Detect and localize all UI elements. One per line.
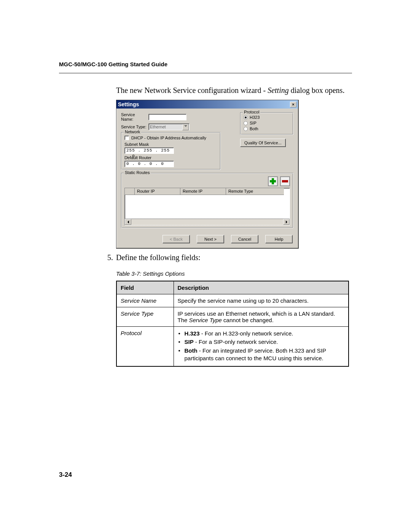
grid-col-remote-type: Remote Type xyxy=(226,188,284,195)
static-routes-legend: Static Routes xyxy=(124,170,151,175)
protocol-both-label: Both xyxy=(250,126,258,131)
protocol-fieldset: Protocol H323 SIP Both xyxy=(240,112,293,135)
back-button: < Back xyxy=(162,235,190,243)
protocol-legend: Protocol xyxy=(243,110,260,114)
protocol-sip-label: SIP xyxy=(250,121,256,125)
protocol-both-option[interactable]: Both xyxy=(244,126,290,131)
qos-button[interactable]: Quality Of Service... xyxy=(240,139,286,147)
intro-suffix: dialog box opens. xyxy=(289,86,345,94)
add-route-button[interactable] xyxy=(268,176,278,186)
intro-text: The new Network Service configuration wi… xyxy=(116,85,352,96)
network-legend: Network xyxy=(124,129,141,134)
scroll-left-button[interactable] xyxy=(125,219,131,225)
table-row: Service Name Specify the service name us… xyxy=(116,294,349,307)
remove-route-button[interactable] xyxy=(280,176,290,186)
dialog-titlebar: Settings × xyxy=(116,100,298,109)
radio-icon xyxy=(244,115,248,120)
triangle-left-icon xyxy=(127,220,129,224)
dialog-footer: < Back Next > Cancel Help xyxy=(116,232,298,248)
bullet-bold: SIP xyxy=(185,339,194,345)
subnet-label: Subnet Mask xyxy=(124,142,217,147)
field-cell: Service Type xyxy=(116,307,174,327)
grid-col-router-ip: Router IP xyxy=(135,188,180,195)
minus-icon xyxy=(282,180,288,182)
step-number: 5. xyxy=(105,253,116,262)
desc-italic: Service Type xyxy=(189,317,222,323)
plus-icon xyxy=(270,178,276,184)
list-item: H.323 - For an H.323-only network servic… xyxy=(178,330,345,337)
cancel-button[interactable]: Cancel xyxy=(231,235,258,243)
grid-col-blank xyxy=(125,188,135,195)
dhcp-label: DHCP - Obtain IP Address Automatically xyxy=(131,136,206,140)
scroll-track[interactable] xyxy=(131,219,283,225)
step-text: Define the following fields: xyxy=(116,253,201,262)
scroll-right-button[interactable] xyxy=(283,219,290,225)
desc-cell: IP services use an Ethernet network, whi… xyxy=(174,307,349,327)
radio-icon xyxy=(244,121,248,125)
field-cell: Protocol xyxy=(116,327,174,367)
chevron-down-icon xyxy=(184,125,187,127)
bullet-bold: Both xyxy=(185,347,198,354)
settings-dialog: Settings × Service Name: Service Type: E… xyxy=(116,100,299,249)
subnet-input[interactable]: 255 . 255 . 255 . 0 xyxy=(124,147,174,154)
desc-part: cannot be changed. xyxy=(222,317,274,323)
table-caption: Table 3-7: Settings Options xyxy=(116,270,352,277)
static-routes-grid[interactable]: Router IP Remote IP Remote Type xyxy=(124,188,290,225)
col-field-header: Field xyxy=(116,281,174,294)
close-button[interactable]: × xyxy=(290,102,296,107)
bullet-bold: H.323 xyxy=(185,330,200,337)
table-row: Service Type IP services use an Ethernet… xyxy=(116,307,349,327)
list-item: Both - For an integrated IP service. Bot… xyxy=(178,347,345,363)
desc-cell: H.323 - For an H.323-only network servic… xyxy=(174,327,349,367)
grid-col-remote-ip: Remote IP xyxy=(180,188,226,195)
page-number: 3-24 xyxy=(59,471,72,479)
settings-options-table: Field Description Service Name Specify t… xyxy=(116,281,349,367)
intro-italic: Setting xyxy=(268,86,289,94)
next-button[interactable]: Next > xyxy=(197,235,224,243)
static-routes-fieldset: Static Routes Router IP Remote IP Remote… xyxy=(121,173,293,228)
service-type-combo[interactable]: Ethernet xyxy=(148,123,190,130)
service-name-label: Service Name: xyxy=(121,112,148,121)
bullet-rest: - For a SIP-only network service. xyxy=(194,339,278,345)
triangle-right-icon xyxy=(286,220,287,224)
field-cell: Service Name xyxy=(116,294,174,307)
grid-body xyxy=(125,195,290,219)
table-row: Protocol H.323 - For an H.323-only netwo… xyxy=(116,327,349,367)
protocol-h323-option[interactable]: H323 xyxy=(244,115,290,120)
dialog-title: Settings xyxy=(118,101,139,107)
service-type-value: Ethernet xyxy=(150,125,166,129)
list-item: SIP - For a SIP-only network service. xyxy=(178,338,345,346)
horizontal-scrollbar[interactable] xyxy=(125,219,290,225)
router-input[interactable]: 0 . 0 . 0 . 0 xyxy=(124,161,174,167)
service-name-input[interactable] xyxy=(148,114,186,120)
desc-cell: Specify the service name using up to 20 … xyxy=(174,294,349,307)
radio-icon xyxy=(244,127,248,131)
bullet-rest: - For an integrated IP service. Both H.3… xyxy=(185,347,326,361)
dhcp-checkbox[interactable] xyxy=(124,136,129,140)
doc-header: MGC-50/MGC-100 Getting Started Guide xyxy=(59,61,352,73)
help-button[interactable]: Help xyxy=(265,235,293,243)
protocol-h323-label: H323 xyxy=(250,115,260,120)
network-fieldset: Network DHCP - Obtain IP Address Automat… xyxy=(121,132,221,170)
col-description-header: Description xyxy=(174,281,349,294)
router-label: Default Router xyxy=(124,155,217,160)
intro-prefix: The new Network Service configuration wi… xyxy=(116,86,268,94)
bullet-rest: - For an H.323-only network service. xyxy=(200,330,293,337)
dialog-right-column: Protocol H323 SIP Both Quality Of Servic… xyxy=(240,112,293,147)
service-type-label: Service Type: xyxy=(121,125,148,129)
protocol-sip-option[interactable]: SIP xyxy=(244,121,290,125)
